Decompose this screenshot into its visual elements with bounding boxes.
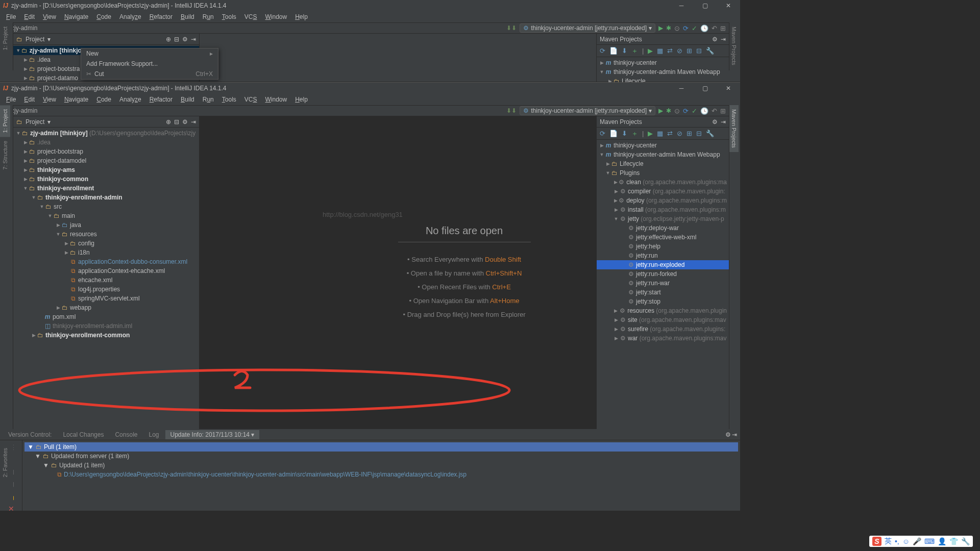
menu-vcs[interactable]: VCS (240, 95, 261, 104)
run-icon[interactable]: ▶ (648, 47, 653, 55)
show-icon[interactable]: ⊞ (687, 130, 692, 137)
tree-item[interactable]: ▶🗀thinkjoy-common (13, 174, 199, 184)
tree-item[interactable]: ▼🗀thinkjoy-enrollment (13, 184, 199, 193)
tree-item[interactable]: ⚙jetty:run (597, 251, 729, 260)
ime-punct-icon[interactable]: •, (895, 537, 899, 545)
menu-run[interactable]: Run (199, 95, 218, 104)
tree-item[interactable]: ▶🗀i18n (13, 248, 199, 257)
tree-item[interactable]: ⚙jetty:run-forked (597, 269, 729, 279)
maximize-button[interactable]: ▢ (693, 83, 717, 94)
ctx-add-framework[interactable]: Add Framework Support... (81, 59, 218, 69)
menu-refactor[interactable]: Refactor (145, 12, 177, 21)
menu-analyze[interactable]: Analyze (115, 12, 145, 21)
run-icon[interactable]: ▶ (658, 24, 663, 32)
toggle-icon[interactable]: ⇄ (667, 47, 673, 55)
tree-item[interactable]: ⚙jetty:effective-web-xml (597, 233, 729, 242)
gear-icon[interactable]: ⚙ (725, 431, 731, 438)
tree-item[interactable]: ▶🗀config (13, 239, 199, 248)
reimport-icon[interactable]: ⟳ (600, 47, 605, 55)
make-icon[interactable]: ⬇⬇ (506, 24, 517, 32)
ime-lang[interactable]: 英 (885, 537, 892, 546)
tree-item[interactable]: ▶🗀project-datamodel (13, 156, 199, 165)
tree-item[interactable]: ▶🗀webapp (13, 303, 199, 312)
scroll-to-icon[interactable]: ⊟ (174, 118, 179, 126)
ime-tool-icon[interactable]: 🔧 (961, 537, 970, 545)
tree-item[interactable]: ⚙jetty:run-war (597, 279, 729, 288)
tree-item[interactable]: ⧉applicationContext-ehcache.xml (13, 266, 199, 276)
gear-icon[interactable]: ⚙ (182, 36, 188, 43)
tree-item[interactable]: ▶⚙resources (org.apache.maven.plugin (597, 306, 729, 315)
menu-navigate[interactable]: Navigate (60, 12, 92, 21)
close-button[interactable]: ✕ (717, 0, 740, 11)
vcs-tab-update[interactable]: Update Info: 2017/11/3 10:14 ▾ (165, 430, 260, 439)
vcs-row[interactable]: ▼🗀Updated (1 item) (24, 461, 738, 470)
add-icon[interactable]: ＋ (631, 129, 638, 138)
gear-icon[interactable]: ⚙ (182, 118, 188, 126)
generate-icon[interactable]: 📄 (609, 130, 618, 137)
menu-view[interactable]: View (39, 95, 60, 104)
tree-item[interactable]: ▼🗀main (13, 211, 199, 220)
hide-icon[interactable]: ⇥ (191, 36, 196, 43)
settings-icon[interactable]: ⊞ (720, 107, 726, 115)
tree-item[interactable]: ⧉log4j.properties (13, 285, 199, 294)
hide-icon[interactable]: ⇥ (732, 431, 737, 438)
ime-skin-icon[interactable]: 👕 (949, 537, 958, 545)
menu-help[interactable]: Help (291, 12, 312, 21)
vcs-tab-log[interactable]: Log (143, 430, 164, 439)
tree-item[interactable]: ◫thinkjoy-enrollment-admin.iml (13, 321, 199, 331)
coverage-icon[interactable]: ⊙ (674, 24, 680, 32)
tab-maven[interactable]: Maven Projects (729, 105, 739, 152)
ime-toolbar[interactable]: S 英 •, ☺ 🎤 ⌨ 👤 👕 🔧 (869, 536, 973, 547)
tree-item[interactable]: ▼mthinkjoy-ucenter-admin Maven Webapp (597, 67, 729, 77)
menu-run[interactable]: Run (199, 12, 218, 21)
menu-refactor[interactable]: Refactor (145, 95, 177, 104)
ime-keyboard-icon[interactable]: ⌨ (924, 537, 935, 545)
tree-item[interactable]: ⚙jetty:deploy-war (597, 223, 729, 233)
show-icon[interactable]: ⊞ (687, 47, 692, 55)
generate-icon[interactable]: 📄 (609, 47, 618, 55)
tree-item[interactable]: ▶⚙war (org.apache.maven.plugins:mav (597, 334, 729, 343)
menu-tools[interactable]: Tools (218, 12, 240, 21)
revert-icon[interactable]: ↶ (712, 107, 717, 115)
tree-item[interactable]: ▶⚙clean (org.apache.maven.plugins:ma (597, 178, 729, 187)
view-mode-dropdown[interactable]: ▾ (47, 36, 51, 43)
hide-icon[interactable]: ⇥ (191, 118, 196, 126)
tree-item[interactable]: ▶🗀java (13, 220, 199, 230)
tree-item[interactable]: ▶⚙install (org.apache.maven.plugins:m (597, 205, 729, 214)
tree-item[interactable]: ⧉springMVC-servlet.xml (13, 294, 199, 303)
update-icon[interactable]: ⟳ (683, 107, 689, 115)
tree-item[interactable]: ⚙jetty:help (597, 242, 729, 251)
history-icon[interactable]: 🕓 (700, 107, 708, 115)
skip-icon[interactable]: ⊘ (677, 47, 682, 55)
tree-item[interactable]: ▶🗀thinkjoy-ams (13, 165, 199, 174)
hide-icon[interactable]: ⇥ (721, 118, 726, 126)
update-icon[interactable]: ⟳ (683, 24, 689, 32)
tree-item[interactable]: ▶⚙site (org.apache.maven.plugins:mav (597, 315, 729, 324)
vcs-row[interactable]: ▼🗀Updated from server (1 item) (24, 452, 738, 461)
menu-file[interactable]: File (2, 12, 20, 21)
view-mode-dropdown[interactable]: ▾ (47, 118, 51, 126)
tree-item[interactable]: ▼⚙jetty (org.eclipse.jetty:jetty-maven-p (597, 214, 729, 223)
menu-vcs[interactable]: VCS (240, 12, 261, 21)
menu-file[interactable]: File (2, 95, 20, 104)
maximize-button[interactable]: ▢ (693, 0, 717, 11)
download-icon[interactable]: ⬇ (622, 130, 627, 137)
vcs-tab-console[interactable]: Console (110, 430, 142, 439)
tab-project[interactable]: 1: Project (0, 105, 10, 137)
debug-icon[interactable]: ✱ (666, 24, 671, 32)
run-config-selector[interactable]: ⚙ thinkjoy-ucenter-admin [jetty:run-expl… (520, 23, 655, 33)
toggle-icon[interactable]: ⇄ (667, 130, 673, 137)
tree-item[interactable]: ▶⚙surefire (org.apache.maven.plugins: (597, 324, 729, 334)
menu-code[interactable]: Code (92, 95, 115, 104)
execute-icon[interactable]: ▦ (657, 130, 663, 137)
skip-icon[interactable]: ⊘ (677, 130, 682, 137)
minimize-button[interactable]: ─ (670, 83, 693, 94)
delete-icon[interactable]: ✕ (8, 505, 14, 513)
commit-icon[interactable]: ✓ (692, 107, 697, 115)
vcs-pull-header[interactable]: ▼🗀Pull (1 item) (24, 442, 738, 452)
tree-item[interactable]: ▶mthinkjoy-ucenter (597, 141, 729, 150)
execute-icon[interactable]: ▦ (657, 47, 663, 55)
reimport-icon[interactable]: ⟳ (600, 130, 605, 137)
tab-favorites[interactable]: 2: Favorites (0, 444, 10, 481)
maven-tree[interactable]: ▶mthinkjoy-ucenter ▼mthinkjoy-ucenter-ad… (597, 140, 729, 344)
